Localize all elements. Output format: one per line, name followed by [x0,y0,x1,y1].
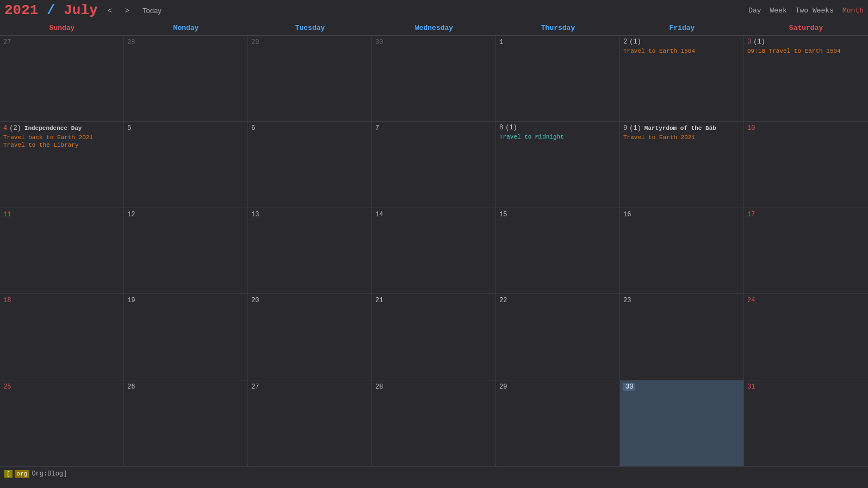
day-jun-29[interactable]: 29 [248,36,372,121]
footer-tag: [ [4,470,13,478]
event-independence-day[interactable]: Independence Day [24,125,82,132]
day-jun-28[interactable]: 28 [124,36,248,121]
day-19[interactable]: 19 [124,294,248,379]
day-number: 28 [375,383,383,391]
day-5[interactable]: 5 [124,122,248,207]
prev-button[interactable]: < [104,5,115,16]
footer: [ org Org:Blog] [0,466,868,480]
today-button[interactable]: Today [139,5,165,16]
event-count: (1) [753,38,765,46]
event-count: (1) [505,124,517,132]
day-number: 21 [375,297,383,304]
day-number: 3 [747,38,751,46]
event-travel-earth-2021[interactable]: Travel to Earth 2021 [623,134,740,141]
header-thursday: Thursday [496,21,620,35]
day-23[interactable]: 23 [620,294,744,379]
day-17[interactable]: 17 [744,208,868,293]
day-2[interactable]: 2 (1) Travel to Earth 1504 [620,36,744,121]
day-16[interactable]: 16 [620,208,744,293]
day-30[interactable]: 30 [620,380,744,466]
event-travel-library[interactable]: Travel to the Library [3,142,120,148]
day-number: 7 [375,124,379,132]
day-25[interactable]: 25 [0,380,124,466]
view-day[interactable]: Day [748,7,761,15]
event-travel-earth-1504-fri[interactable]: Travel to Earth 1504 [623,48,740,54]
next-button[interactable]: > [122,5,133,16]
day-number: 20 [251,297,259,304]
day-number: 17 [747,211,755,218]
day-number: 10 [747,124,755,132]
day-number: 24 [747,297,755,304]
day-21[interactable]: 21 [372,294,496,379]
week-row-2: 4 (2) Independence Day Travel back to Ea… [0,122,868,208]
footer-text: Org:Blog] [32,470,67,478]
day-10[interactable]: 10 [744,122,868,207]
day-26[interactable]: 26 [124,380,248,466]
day-1[interactable]: 1 [496,36,620,121]
event-count: (1) [629,38,641,46]
day-13[interactable]: 13 [248,208,372,293]
week-row-1: 27 28 29 30 1 2 (1) Travel to Earth 1504… [0,36,868,122]
title-year: 2021 [4,2,38,18]
day-24[interactable]: 24 [744,294,868,379]
day-8[interactable]: 8 (1) Travel to Midnight [496,122,620,207]
day-number: 16 [623,211,631,218]
day-20[interactable]: 20 [248,294,372,379]
day-number: 22 [499,297,507,304]
week-row-3: 11 12 13 14 15 16 17 [0,208,868,294]
day-jun-30[interactable]: 30 [372,36,496,121]
week-row-4: 18 19 20 21 22 23 24 [0,294,868,380]
day-number: 6 [251,124,255,132]
day-7[interactable]: 7 [372,122,496,207]
day-15[interactable]: 15 [496,208,620,293]
view-week[interactable]: Week [770,7,787,15]
day-12[interactable]: 12 [124,208,248,293]
event-count: (1) [629,124,641,132]
view-switcher: Day Week Two Weeks Month [748,7,864,15]
header-monday: Monday [124,21,248,35]
day-18[interactable]: 18 [0,294,124,379]
header-friday: Friday [620,21,744,35]
event-martyrdom-bab[interactable]: Martyrdom of the Báb [644,125,716,132]
day-number: 15 [499,211,507,218]
calendar-header: 2021 / July < > Today Day Week Two Weeks… [0,0,868,21]
day-27b[interactable]: 27 [248,380,372,466]
event-travel-midnight[interactable]: Travel to Midnight [499,134,616,140]
day-number: 19 [127,297,135,304]
day-6[interactable]: 6 [248,122,372,207]
header-wednesday: Wednesday [372,21,496,35]
title-year-month: 2021 / July [4,2,98,18]
day-number: 26 [127,383,135,391]
day-29b[interactable]: 29 [496,380,620,466]
event-travel-earth-1504-sat[interactable]: 09:18 Travel to Earth 1504 [747,48,865,54]
view-month[interactable]: Month [842,7,864,15]
day-number: 27 [251,383,259,391]
day-number: 4 [3,124,7,132]
day-number: 27 [3,39,11,46]
day-4[interactable]: 4 (2) Independence Day Travel back to Ea… [0,122,124,207]
event-travel-back-earth[interactable]: Travel back to Earth 2021 [3,134,120,141]
day-number: 31 [747,383,755,391]
day-number: 14 [375,211,383,218]
day-22[interactable]: 22 [496,294,620,379]
day-9[interactable]: 9 (1) Martyrdom of the Báb Travel to Ear… [620,122,744,207]
day-11[interactable]: 11 [0,208,124,293]
day-number: 5 [127,124,131,132]
day-headers-row: Sunday Monday Tuesday Wednesday Thursday… [0,21,868,36]
day-number: 30 [375,39,383,46]
header-saturday: Saturday [744,21,868,35]
day-number-today: 30 [623,383,635,391]
day-28b[interactable]: 28 [372,380,496,466]
header-sunday: Sunday [0,21,124,35]
day-number: 25 [3,383,11,391]
day-number: 11 [3,211,11,218]
event-count: (2) [9,124,21,132]
day-31[interactable]: 31 [744,380,868,466]
calendar-grid: 27 28 29 30 1 2 (1) Travel to Earth 1504… [0,36,868,466]
title-separator: / [47,2,64,18]
view-two-weeks[interactable]: Two Weeks [796,7,834,15]
day-3[interactable]: 3 (1) 09:18 Travel to Earth 1504 [744,36,868,121]
header-tuesday: Tuesday [248,21,372,35]
day-jun-27[interactable]: 27 [0,36,124,121]
day-14[interactable]: 14 [372,208,496,293]
